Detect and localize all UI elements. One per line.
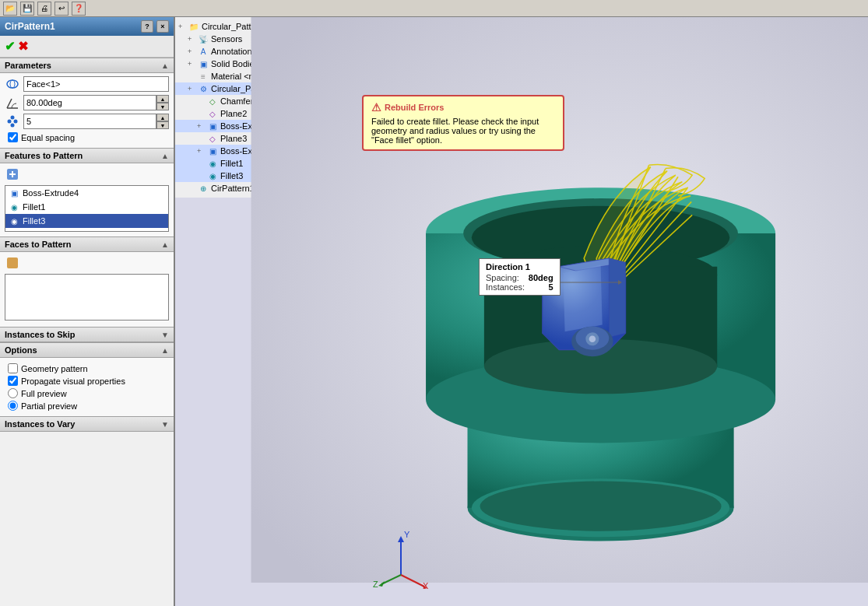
instances-vary-header[interactable]: Instances to Vary ▼	[0, 416, 174, 432]
geometry-pattern-checkbox[interactable]	[8, 363, 18, 373]
features-add-icon	[5, 166, 20, 182]
feature-boss-icon: ▣	[9, 187, 19, 198]
close-icon-btn[interactable]: ×	[156, 20, 169, 33]
svg-point-5	[11, 124, 15, 128]
faces-content	[0, 252, 174, 327]
options-label: Options	[5, 345, 37, 355]
error-popup: ⚠ Rebuild Errors Failed to create fillet…	[362, 95, 564, 151]
svg-rect-7	[7, 257, 18, 268]
callout-instances-key: Instances:	[486, 282, 525, 292]
partial-preview-radio[interactable]	[8, 401, 18, 411]
equal-spacing-checkbox[interactable]	[8, 132, 18, 142]
svg-marker-35	[398, 536, 404, 542]
angle-input-row: 80.00deg ▲ ▼	[5, 95, 169, 110]
faces-section-header[interactable]: Faces to Pattern ▲	[0, 236, 174, 252]
svg-point-0	[7, 80, 18, 88]
features-list: ▣ Boss-Extrude4 ◉ Fillet1 ◉ Fillet3	[5, 185, 169, 232]
feature-fillet3[interactable]: ◉ Fillet3	[5, 214, 168, 228]
error-icon: ⚠	[371, 101, 381, 114]
face-input-row: Face<1>	[5, 76, 169, 92]
toolbar-icon-4[interactable]: ↩	[54, 2, 69, 16]
callout-spacing-key: Spacing:	[486, 273, 519, 282]
callout-arrow	[560, 275, 622, 290]
propagate-checkbox[interactable]	[8, 376, 18, 386]
parameters-content: Face<1> 80.00deg ▲ ▼	[0, 73, 174, 148]
options-collapse-icon: ▲	[161, 346, 169, 355]
faces-list	[5, 274, 169, 321]
instances-skip-collapse-icon: ▼	[161, 331, 169, 339]
toolbar-icon-1[interactable]: 📂	[3, 2, 17, 16]
svg-line-38	[381, 575, 401, 584]
help-icon-btn[interactable]: ?	[141, 20, 153, 33]
direction-callout: Direction 1 Spacing: 80deg Instances: 5	[479, 258, 561, 296]
feature-boss-extrude4[interactable]: ▣ Boss-Extrude4	[5, 186, 168, 200]
instances-vary-collapse-icon: ▼	[161, 420, 169, 429]
instances-skip-header[interactable]: Instances to Skip ▼	[0, 327, 174, 342]
instances-spin-down[interactable]: ▼	[156, 121, 169, 129]
angle-spin-buttons: ▲ ▼	[156, 95, 169, 110]
partial-preview-label: Partial preview	[21, 401, 77, 411]
angle-input[interactable]: 80.00deg	[23, 95, 156, 110]
face-input[interactable]: Face<1>	[23, 76, 169, 92]
options-content: Geometry pattern Propagate visual proper…	[0, 358, 174, 416]
full-preview-radio[interactable]	[8, 388, 18, 398]
panel-title-bar: CirPattern1 ? ×	[0, 17, 174, 36]
toolbar-icon-3[interactable]: 🖨	[37, 2, 51, 16]
axes-svg: Y X Z	[370, 528, 432, 590]
features-content: ▣ Boss-Extrude4 ◉ Fillet1 ◉ Fillet3	[0, 163, 174, 236]
main-layout: CirPattern1 ? × ✔ ✖ Parameters ▲ Face<1>	[0, 17, 868, 606]
equal-spacing-row: Equal spacing	[5, 132, 169, 142]
svg-point-3	[14, 120, 18, 124]
faces-collapse-icon: ▲	[161, 240, 169, 249]
instances-spin-box: 5 ▲ ▼	[23, 114, 169, 129]
svg-point-4	[11, 116, 15, 120]
feature-fillet1[interactable]: ◉ Fillet1	[5, 200, 168, 214]
full-preview-row: Full preview	[5, 388, 169, 398]
options-section-header[interactable]: Options ▲	[0, 342, 174, 358]
error-message: Failed to create fillet. Please check th…	[371, 117, 555, 145]
toolbar-icon-2[interactable]: 💾	[20, 2, 34, 16]
full-preview-label: Full preview	[21, 389, 67, 398]
feature-boss-label: Boss-Extrude4	[23, 188, 79, 198]
svg-point-31	[480, 482, 722, 531]
angle-spin-box: 80.00deg ▲ ▼	[23, 95, 169, 110]
error-popup-title: ⚠ Rebuild Errors	[371, 101, 555, 114]
callout-title: Direction 1	[486, 262, 553, 271]
parameters-collapse-icon: ▲	[161, 61, 169, 70]
toolbar-icon-5[interactable]: ❓	[72, 2, 86, 16]
equal-spacing-label: Equal spacing	[21, 133, 75, 142]
accept-button[interactable]: ✔	[5, 39, 15, 54]
callout-spacing-val: 80deg	[529, 273, 553, 282]
y-axis-label: Y	[404, 530, 410, 539]
svg-line-36	[401, 575, 424, 587]
features-section-header[interactable]: Features to Pattern ▲	[0, 148, 174, 163]
callout-instances-line: Instances: 5	[486, 282, 553, 292]
instances-input[interactable]: 5	[23, 114, 156, 129]
geometry-pattern-row: Geometry pattern	[5, 363, 169, 373]
instances-vary-label: Instances to Vary	[5, 419, 76, 429]
features-collapse-icon: ▲	[161, 152, 169, 160]
faces-label: Faces to Pattern	[5, 240, 72, 249]
reject-button[interactable]: ✖	[18, 39, 28, 54]
parameters-section-header[interactable]: Parameters ▲	[0, 58, 174, 73]
instances-skip-label: Instances to Skip	[5, 330, 75, 339]
z-axis-label: Z	[373, 580, 378, 589]
error-title-text: Rebuild Errors	[385, 103, 444, 112]
top-toolbar: 📂 💾 🖨 ↩ ❓	[0, 0, 868, 17]
accept-reject-row: ✔ ✖	[0, 36, 174, 58]
left-panel: CirPattern1 ? × ✔ ✖ Parameters ▲ Face<1>	[0, 17, 175, 606]
instances-spin-up[interactable]: ▲	[156, 114, 169, 121]
partial-preview-row: Partial preview	[5, 401, 169, 411]
svg-point-29	[589, 335, 596, 342]
angle-spin-down[interactable]: ▼	[156, 103, 169, 110]
feature-fillet1-label: Fillet1	[23, 202, 45, 212]
instances-spin-buttons: ▲ ▼	[156, 114, 169, 129]
propagate-row: Propagate visual properties	[5, 376, 169, 386]
viewport-area[interactable]: + 📁 Circular_Pattern [Default<<De... + 📡…	[175, 17, 868, 606]
instances-icon	[5, 114, 20, 129]
features-add-row	[5, 166, 169, 182]
svg-point-2	[8, 120, 12, 124]
panel-title-icons: ? ×	[141, 20, 169, 33]
angle-spin-up[interactable]: ▲	[156, 95, 169, 103]
faces-add-row	[5, 255, 169, 271]
